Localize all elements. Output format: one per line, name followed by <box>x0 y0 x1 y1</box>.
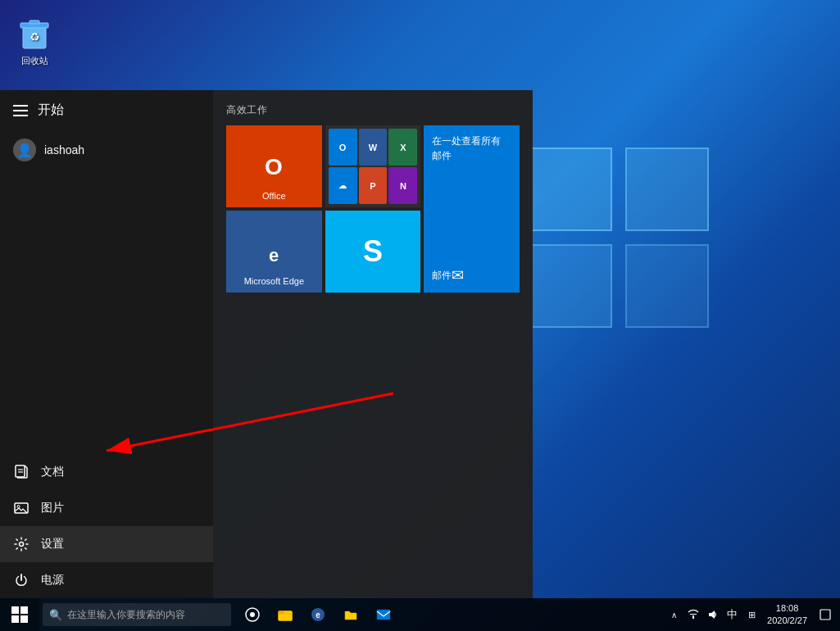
tile-office-label: Office <box>262 191 286 201</box>
folder-taskbar-button[interactable] <box>336 598 366 631</box>
taskview-button[interactable] <box>238 598 267 631</box>
start-menu-left-panel: 开始 👤 iashoah 文档 <box>0 90 213 598</box>
svg-rect-23 <box>279 611 284 614</box>
ime-label: 中 <box>727 607 738 622</box>
svg-rect-4 <box>16 465 25 477</box>
search-placeholder-text: 在这里输入你要搜索的内容 <box>67 608 185 622</box>
app-word-icon: W <box>359 129 388 166</box>
email-footer: 邮件 ✉ <box>432 266 464 284</box>
tile-office-apps[interactable]: O W X ☁ P N <box>325 125 421 207</box>
tray-network-icon[interactable] <box>684 598 702 631</box>
tray-date: 2020/2/27 <box>767 615 807 627</box>
sidebar-item-documents[interactable]: 文档 <box>0 454 213 490</box>
skype-icon: S <box>363 234 383 269</box>
svg-rect-18 <box>11 615 19 623</box>
tile-edge[interactable]: e Microsoft Edge <box>226 211 322 293</box>
hamburger-menu-button[interactable] <box>13 105 28 116</box>
system-tray: ∧ 中 <box>661 598 840 631</box>
desktop: ♻ 回收站 开始 👤 iashoah <box>0 0 840 631</box>
start-menu-title: 开始 <box>38 102 64 119</box>
windows-logo-icon <box>11 606 28 623</box>
tray-icons-group: ∧ <box>665 598 722 631</box>
start-menu-header: 开始 <box>0 90 213 130</box>
file-explorer-button[interactable] <box>270 598 300 631</box>
recycle-bin-icon[interactable]: ♻ 回收站 <box>15 12 54 67</box>
svg-rect-26 <box>377 610 390 620</box>
pictures-label: 图片 <box>41 501 64 515</box>
edge-taskbar-button[interactable]: e <box>303 598 333 631</box>
start-menu: 开始 👤 iashoah 文档 <box>0 90 533 598</box>
app-onedrive-icon: ☁ <box>329 167 357 204</box>
svg-text:♻: ♻ <box>30 30 40 43</box>
tray-show-hidden-button[interactable]: ∧ <box>665 598 683 631</box>
power-label: 电源 <box>41 573 64 588</box>
email-icon: ✉ <box>452 266 464 284</box>
mail-taskbar-button[interactable] <box>369 598 398 631</box>
svg-point-9 <box>20 542 24 547</box>
power-icon <box>13 572 30 588</box>
svg-text:O: O <box>265 154 283 179</box>
tray-apps-icon[interactable]: ⊞ <box>742 598 761 631</box>
email-header-text: 在一处查看所有邮件 <box>432 134 501 163</box>
tile-email[interactable]: 在一处查看所有邮件 邮件 ✉ <box>424 125 520 293</box>
documents-icon <box>13 464 30 480</box>
svg-rect-28 <box>690 614 697 615</box>
ime-button[interactable]: 中 <box>724 598 741 631</box>
start-menu-spacer <box>0 170 213 454</box>
settings-icon <box>13 536 30 552</box>
sidebar-item-power[interactable]: 电源 <box>0 562 213 598</box>
svg-rect-16 <box>11 606 19 614</box>
svg-rect-2 <box>30 20 39 24</box>
svg-rect-29 <box>820 610 830 620</box>
search-icon: 🔍 <box>49 609 62 621</box>
app-outlook-icon: O <box>329 129 357 166</box>
svg-rect-17 <box>20 606 28 614</box>
sidebar-item-settings[interactable]: 设置 <box>0 526 213 562</box>
start-menu-user[interactable]: 👤 iashoah <box>0 130 213 170</box>
tray-notification-button[interactable] <box>814 598 837 631</box>
svg-rect-27 <box>692 615 694 619</box>
tile-edge-label: Microsoft Edge <box>244 276 304 286</box>
app-onenote-icon: N <box>388 167 417 204</box>
svg-text:e: e <box>316 611 320 620</box>
user-avatar-icon: 👤 <box>13 138 36 161</box>
tile-office[interactable]: O Office <box>226 125 322 207</box>
tile-skype[interactable]: S <box>325 211 421 293</box>
tray-clock[interactable]: 18:08 2020/2/27 <box>762 598 812 631</box>
tray-time: 18:08 <box>776 602 799 615</box>
start-menu-tiles-panel: 高效工作 O Office O W <box>213 90 533 598</box>
taskbar-search-bar[interactable]: 🔍 在这里输入你要搜索的内容 <box>43 603 231 626</box>
app-excel-icon: X <box>388 129 417 166</box>
edge-icon: e <box>257 238 291 273</box>
taskbar: 🔍 在这里输入你要搜索的内容 <box>0 598 840 631</box>
tray-volume-icon[interactable] <box>704 598 722 631</box>
svg-text:e: e <box>269 245 279 266</box>
svg-point-21 <box>250 612 255 617</box>
svg-rect-19 <box>20 615 28 623</box>
sidebar-item-pictures[interactable]: 图片 <box>0 490 213 526</box>
documents-label: 文档 <box>41 465 64 479</box>
svg-point-8 <box>17 506 20 508</box>
app-powerpoint-icon: P <box>359 167 388 204</box>
taskbar-pinned-icons: e <box>238 598 398 631</box>
pictures-icon <box>13 500 30 516</box>
settings-label: 设置 <box>41 537 64 552</box>
recycle-bin-label: 回收站 <box>21 55 48 67</box>
desktop-windows-logo <box>529 148 709 328</box>
start-button[interactable] <box>0 598 39 631</box>
username-label: iashoah <box>44 143 84 157</box>
tiles-section-title: 高效工作 <box>226 103 520 117</box>
office-logo-icon: O <box>254 148 293 188</box>
email-label: 邮件 <box>432 269 452 283</box>
